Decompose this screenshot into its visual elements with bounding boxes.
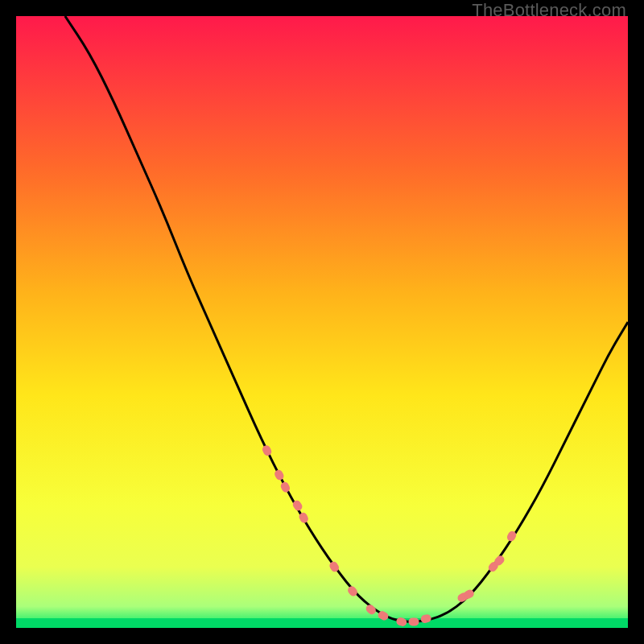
gradient-background — [16, 16, 628, 628]
chart-frame — [16, 16, 628, 628]
bottleneck-chart — [16, 16, 628, 628]
curve-dot — [409, 617, 419, 625]
watermark-text: TheBottleneck.com — [472, 0, 626, 21]
bottom-green-strip — [16, 618, 628, 628]
